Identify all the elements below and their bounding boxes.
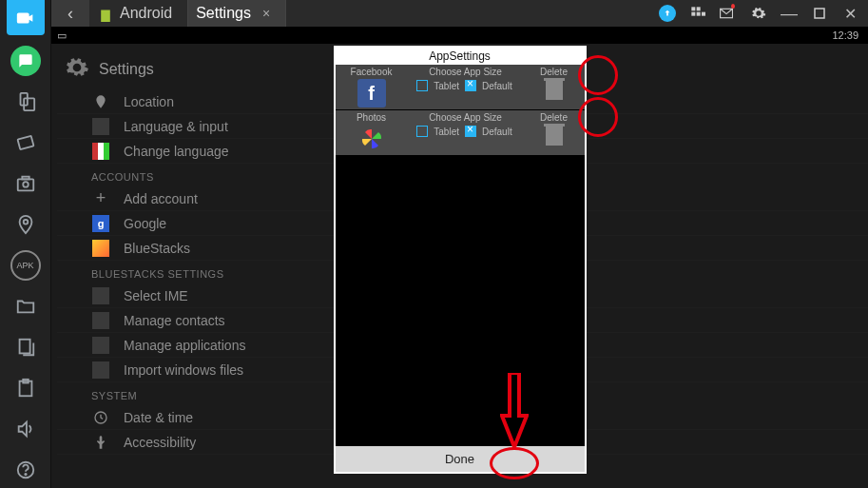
svg-point-0 — [22, 58, 24, 60]
svg-rect-8 — [22, 177, 29, 180]
svg-rect-21 — [815, 9, 824, 18]
sq-icon — [91, 361, 110, 379]
svg-point-2 — [27, 58, 29, 60]
photos-icon — [357, 125, 386, 153]
svg-rect-18 — [697, 12, 701, 16]
paste-icon[interactable] — [7, 371, 45, 406]
facebook-icon: f — [357, 79, 386, 107]
tab-label: Android — [120, 5, 172, 22]
gear-icon[interactable] — [750, 6, 767, 21]
upload-icon[interactable] — [659, 5, 676, 22]
tab-android[interactable]: Android — [89, 0, 188, 27]
android-icon — [97, 5, 114, 22]
default-label: Default — [480, 127, 514, 137]
app-name-label: Photos — [338, 112, 406, 123]
sq-icon — [91, 312, 110, 329]
grid-icon[interactable] — [689, 6, 706, 21]
svg-rect-15 — [691, 7, 695, 10]
copy-from-icon[interactable] — [7, 330, 45, 365]
svg-point-1 — [25, 58, 27, 60]
svg-rect-16 — [697, 7, 701, 10]
delete-button[interactable] — [546, 127, 563, 146]
flag-icon — [91, 143, 110, 160]
close-tab-icon[interactable]: × — [262, 6, 270, 21]
volume-icon[interactable] — [7, 412, 45, 447]
camera-icon[interactable] — [7, 166, 45, 201]
svg-rect-17 — [691, 12, 695, 16]
hand-icon — [91, 435, 110, 450]
folder-icon[interactable] — [7, 289, 45, 324]
default-checkbox[interactable] — [465, 126, 476, 137]
app-row-facebook: Facebook f Choose App Size Tablet Defaul… — [336, 65, 585, 109]
app-settings-dialog: AppSettings Facebook f Choose App Size T… — [334, 46, 587, 474]
google-icon: g — [91, 215, 110, 232]
tab-settings[interactable]: Settings × — [188, 0, 286, 27]
svg-rect-10 — [19, 340, 29, 354]
rotate-icon[interactable] — [7, 125, 45, 160]
dialog-body: Facebook f Choose App Size Tablet Defaul… — [336, 65, 585, 446]
svg-rect-19 — [702, 12, 705, 16]
location-icon — [91, 94, 110, 109]
chat-icon[interactable] — [7, 43, 45, 78]
back-button[interactable]: ‹ — [51, 0, 89, 27]
sq-icon — [91, 287, 110, 304]
maximize-button[interactable] — [811, 8, 828, 19]
minimize-button[interactable]: — — [781, 4, 798, 24]
gear-icon — [65, 55, 89, 84]
delete-label: Delete — [526, 112, 583, 123]
clock-icon — [91, 410, 110, 425]
tab-label: Settings — [196, 5, 251, 22]
tablet-label: Tablet — [432, 81, 461, 91]
svg-rect-6 — [17, 179, 33, 190]
phone-tab-icon[interactable] — [7, 84, 45, 119]
svg-point-7 — [23, 182, 29, 187]
titlebar: ‹ Android Settings × — ✕ — [51, 0, 868, 27]
choose-size-label: Choose App Size — [406, 112, 526, 123]
done-button[interactable]: Done — [336, 446, 585, 472]
mail-icon[interactable] — [720, 7, 737, 20]
svg-rect-5 — [17, 136, 33, 149]
tablet-checkbox[interactable] — [416, 80, 428, 91]
default-checkbox[interactable] — [465, 80, 476, 91]
location-icon[interactable] — [7, 206, 45, 242]
record-icon[interactable] — [7, 0, 45, 35]
help-icon[interactable] — [7, 453, 45, 488]
status-time: 12:39 — [832, 29, 858, 41]
recent-icon: ▭ — [57, 29, 67, 42]
app-name-label: Facebook — [338, 67, 406, 77]
delete-label: Delete — [526, 67, 583, 77]
page-title: Settings — [99, 61, 154, 78]
apk-icon[interactable]: APK — [7, 247, 45, 283]
default-label: Default — [480, 81, 514, 91]
svg-point-14 — [25, 474, 26, 475]
tablet-checkbox[interactable] — [416, 126, 428, 137]
bluestacks-icon — [91, 240, 110, 257]
emulator-sidebar: APK — [0, 0, 51, 488]
delete-button[interactable] — [546, 81, 563, 100]
android-statusbar: ▭ 12:39 — [51, 27, 868, 44]
plus-icon: + — [91, 188, 110, 208]
sq-icon — [91, 118, 110, 135]
choose-size-label: Choose App Size — [406, 67, 526, 77]
svg-point-9 — [23, 220, 28, 224]
close-button[interactable]: ✕ — [841, 5, 858, 23]
tablet-label: Tablet — [432, 127, 461, 137]
app-row-photos: Photos Choose App Size Tablet Default — [336, 110, 585, 155]
dialog-title: AppSettings — [336, 48, 585, 65]
sq-icon — [91, 337, 110, 354]
